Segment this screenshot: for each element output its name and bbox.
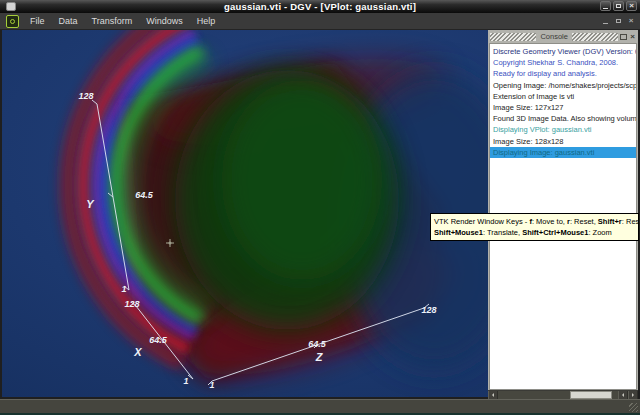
console-dock-titlebar[interactable]: Console × bbox=[488, 30, 638, 43]
mdi-minimize-icon bbox=[603, 23, 608, 24]
console-line[interactable]: Displaying VPlot: gaussian.vti bbox=[490, 124, 636, 135]
window-controls: × bbox=[600, 1, 637, 11]
menu-windows[interactable]: Windows bbox=[139, 14, 190, 28]
scroll-left-button[interactable] bbox=[488, 391, 498, 399]
console-dock-title: Console bbox=[538, 32, 570, 41]
menu-items: FileDataTransformWindowsHelp bbox=[23, 14, 222, 28]
console-line[interactable]: Displaying Image: gaussian.vti bbox=[490, 147, 636, 158]
mdi-restore-button[interactable] bbox=[613, 16, 623, 26]
mdi-minimize-button[interactable] bbox=[600, 16, 610, 26]
console-line[interactable]: Copyright Shekhar S. Chandra, 2008. bbox=[490, 57, 636, 68]
title-bar[interactable]: gaussian.vti - DGV - [VPlot: gaussian.vt… bbox=[0, 0, 640, 13]
console-hscrollbar[interactable] bbox=[488, 390, 638, 399]
console-line[interactable]: Image Size: 128x128 bbox=[490, 136, 636, 147]
mdi-window-controls: × bbox=[600, 16, 636, 26]
scroll-left-button-right[interactable] bbox=[618, 391, 628, 399]
close-button[interactable]: × bbox=[626, 1, 637, 11]
resize-grip[interactable] bbox=[629, 403, 638, 412]
console-line[interactable]: Opening Image: /home/shakes/projects/scp… bbox=[490, 80, 636, 91]
mdi-close-icon: × bbox=[629, 17, 634, 25]
tooltip-line: Shift+Mouse1: Translate, Shift+Ctrl+Mous… bbox=[434, 227, 635, 238]
dock-float-icon[interactable] bbox=[620, 34, 627, 40]
menu-transform[interactable]: Transform bbox=[85, 14, 140, 28]
scrollbar-thumb[interactable] bbox=[570, 391, 612, 399]
lens-icon bbox=[10, 19, 15, 24]
menu-file[interactable]: File bbox=[23, 14, 52, 28]
axis-tick-label-x: 128 bbox=[124, 299, 139, 309]
menu-data[interactable]: Data bbox=[52, 14, 85, 28]
dock-drag-handle[interactable] bbox=[572, 33, 618, 41]
menu-help[interactable]: Help bbox=[190, 14, 223, 28]
axis-title-z: Z bbox=[315, 351, 324, 363]
console-line[interactable]: Discrete Geometry Viewer (DGV) Version: … bbox=[490, 46, 636, 57]
maximize-icon bbox=[616, 4, 621, 8]
app-window: gaussian.vti - DGV - [VPlot: gaussian.vt… bbox=[0, 0, 640, 415]
axis-tick-label-z: 1 bbox=[209, 380, 214, 390]
axis-tick-label-x: 1 bbox=[183, 376, 188, 386]
left-arrow-icon bbox=[490, 393, 494, 397]
left-arrow-icon bbox=[620, 393, 624, 397]
axis-tick-label-z: 64.5 bbox=[308, 339, 327, 349]
scroll-right-button[interactable] bbox=[628, 391, 638, 399]
tooltip-line: VTK Render Window Keys - f: Move to, r: … bbox=[434, 216, 635, 227]
document-icon[interactable] bbox=[6, 15, 19, 28]
close-icon: × bbox=[629, 2, 634, 10]
tooltip: VTK Render Window Keys - f: Move to, r: … bbox=[430, 213, 639, 241]
minimize-icon bbox=[603, 8, 608, 9]
right-arrow-icon bbox=[632, 393, 636, 397]
axis-title-y: Y bbox=[86, 198, 95, 210]
maximize-button[interactable] bbox=[613, 1, 624, 11]
axis-tick-label-y: 1 bbox=[121, 284, 126, 294]
scrollbar-track[interactable] bbox=[498, 391, 618, 399]
dock-drag-handle[interactable] bbox=[490, 33, 536, 41]
console-line[interactable]: Found 3D Image Data. Also showing volume… bbox=[490, 113, 636, 124]
console-line[interactable]: Image Size: 127x127 bbox=[490, 102, 636, 113]
console-line[interactable]: Extension of Image is vti bbox=[490, 91, 636, 102]
axis-tick-label-y: 128 bbox=[78, 91, 93, 101]
axis-title-x: X bbox=[133, 346, 142, 358]
window-title: gaussian.vti - DGV - [VPlot: gaussian.vt… bbox=[0, 1, 640, 12]
mdi-close-button[interactable]: × bbox=[626, 16, 636, 26]
axis-tick-label-y: 64.5 bbox=[135, 190, 154, 200]
vtk-render-viewport[interactable]: 12864.51Y12864.51X164.5Z128 bbox=[2, 30, 488, 397]
volume-render bbox=[68, 30, 488, 397]
axis-tick-label-x: 64.5 bbox=[149, 335, 168, 345]
console-line[interactable]: Ready for display and analysis. bbox=[490, 68, 636, 79]
mdi-restore-icon bbox=[616, 19, 621, 23]
status-bar bbox=[0, 399, 640, 415]
menu-bar: FileDataTransformWindowsHelp × bbox=[0, 13, 640, 30]
volume-scene: 12864.51Y12864.51X164.5Z128 bbox=[2, 30, 488, 397]
minimize-button[interactable] bbox=[600, 1, 611, 11]
dock-close-icon[interactable]: × bbox=[629, 33, 636, 41]
axis-tick-label-z: 128 bbox=[421, 305, 436, 315]
